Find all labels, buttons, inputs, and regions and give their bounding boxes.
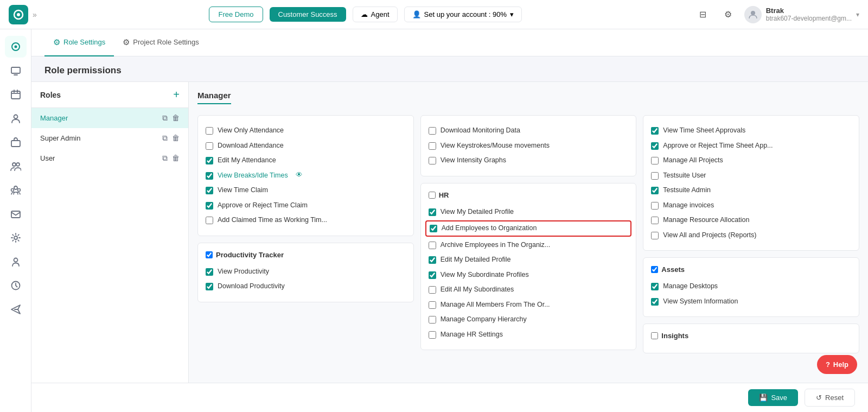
svg-rect-5: [11, 67, 20, 73]
perm-view-intensity-label: View Intensity Graphs: [441, 156, 506, 166]
perm-manage-desktops-checkbox[interactable]: [651, 283, 659, 290]
role-item-user[interactable]: User ⧉ 🗑: [31, 148, 188, 168]
perm-hr-settings-checkbox[interactable]: [429, 331, 436, 339]
delete-role-super-admin-icon[interactable]: 🗑: [172, 134, 180, 143]
setup-icon: 👤: [412, 10, 421, 18]
user-chevron-icon: ▾: [856, 11, 859, 18]
perm-edit-detailed-profile-checkbox[interactable]: [429, 256, 436, 264]
perm-view-keystrokes-label: View Keystrokes/Mouse movements: [441, 141, 550, 151]
sidebar-item-team[interactable]: [5, 155, 27, 177]
tabbar: ⚙ Role Settings ⚙ Project Role Settings: [31, 29, 868, 56]
perm-archive-employees-checkbox[interactable]: [429, 242, 436, 249]
free-demo-button[interactable]: Free Demo: [209, 7, 263, 22]
perm-edit-subordinates-checkbox[interactable]: [429, 286, 436, 294]
topbar: » Free Demo Customer Success ☁ Agent 👤 S…: [0, 0, 868, 29]
perm-approve-timesheet-checkbox[interactable]: [651, 142, 659, 150]
perm-add-employees-checkbox[interactable]: [430, 225, 437, 232]
sidebar-item-settings[interactable]: [5, 227, 27, 249]
copy-role-user-icon[interactable]: ⧉: [162, 154, 168, 163]
svg-rect-8: [11, 141, 20, 147]
insights-section-checkbox[interactable]: [651, 332, 658, 339]
perm-download-attendance: Download Attendance: [206, 138, 406, 154]
perm-view-time-claim-checkbox[interactable]: [206, 187, 213, 194]
sidebar-item-send[interactable]: [5, 299, 27, 320]
perm-view-all-projects-checkbox[interactable]: [651, 232, 659, 239]
permissions-columns: View Only Attendance Download Attendance…: [197, 115, 859, 353]
user-menu[interactable]: Btrak btrak607-development@gm... ▾: [744, 6, 859, 23]
column-middle: Download Monitoring Data View Keystrokes…: [420, 115, 637, 350]
permissions-body: Roles + Manager ⧉ 🗑 Super Admin ⧉ 🗑 User: [31, 82, 868, 383]
productivity-tracker-title-checkbox[interactable]: [206, 251, 213, 258]
perm-download-productivity-checkbox[interactable]: [206, 283, 213, 290]
assets-section-checkbox[interactable]: [651, 266, 658, 273]
perm-approve-timesheet-label: Approve or Reject Time Sheet App...: [663, 141, 773, 151]
agent-button[interactable]: ☁ Agent: [353, 7, 398, 22]
perm-edit-my-attendance-checkbox[interactable]: [206, 157, 213, 164]
perm-view-only-attendance-checkbox[interactable]: [206, 127, 213, 135]
svg-point-4: [14, 46, 17, 48]
delete-role-manager-icon[interactable]: 🗑: [172, 113, 180, 123]
perm-download-productivity-label: Download Productivity: [218, 282, 285, 291]
perm-add-claimed-time-checkbox[interactable]: [206, 217, 213, 224]
sidebar-item-mail[interactable]: [5, 203, 27, 225]
role-item-super-admin[interactable]: Super Admin ⧉ 🗑: [31, 128, 188, 148]
sidebar-item-user2[interactable]: [5, 251, 27, 272]
setup-button[interactable]: 👤 Set up your account : 90% ▾: [404, 7, 522, 22]
delete-role-user-icon[interactable]: 🗑: [172, 154, 180, 163]
sidebar-item-person[interactable]: [5, 107, 27, 129]
help-button[interactable]: ? Help: [817, 355, 857, 374]
settings-icon[interactable]: ⚙: [719, 6, 737, 23]
reset-button[interactable]: ↺ Reset: [805, 389, 855, 407]
perm-view-breaks-checkbox[interactable]: [206, 172, 213, 180]
sidebar-item-briefcase[interactable]: [5, 131, 27, 153]
role-actions-super-admin: ⧉ 🗑: [162, 134, 180, 143]
sidebar-item-group[interactable]: [5, 179, 27, 201]
perm-view-breaks-label: View Breaks/Idle Times: [218, 171, 288, 181]
perm-testsuite-user-checkbox[interactable]: [651, 172, 659, 180]
perm-view-keystrokes: View Keystrokes/Mouse movements: [429, 138, 629, 154]
perm-hr-settings-label: Manage HR Settings: [441, 330, 503, 340]
roles-header-label: Roles: [40, 91, 61, 99]
perm-view-subordinate-profiles-label: View My Subordinate Profiles: [441, 270, 529, 280]
copy-role-super-admin-icon[interactable]: ⧉: [162, 134, 168, 143]
perm-testsuite-admin-label: Testsuite Admin: [663, 186, 711, 195]
copy-role-manager-icon[interactable]: ⧉: [162, 113, 168, 123]
add-role-button[interactable]: +: [173, 88, 180, 101]
productivity-tracker-label: Productivity Tracker: [216, 251, 284, 259]
perm-download-monitoring-checkbox[interactable]: [429, 127, 436, 135]
perm-company-hierarchy-checkbox[interactable]: [429, 316, 436, 324]
nav-expand-icon[interactable]: »: [33, 10, 37, 19]
hr-section-checkbox[interactable]: [429, 192, 436, 199]
sidebar-item-tv[interactable]: [5, 60, 27, 81]
perm-approve-reject-time-claim-checkbox[interactable]: [206, 202, 213, 210]
perm-manage-invoices-checkbox[interactable]: [651, 202, 659, 210]
perm-view-detailed-profile-checkbox[interactable]: [429, 208, 436, 216]
perm-view-productivity-checkbox[interactable]: [206, 268, 213, 276]
perm-download-attendance-checkbox[interactable]: [206, 142, 213, 150]
save-button[interactable]: 💾 Save: [748, 389, 798, 406]
perm-testsuite-admin-checkbox[interactable]: [651, 187, 659, 194]
perm-resource-allocation-checkbox[interactable]: [651, 217, 659, 224]
perm-manage-members-checkbox[interactable]: [429, 301, 436, 309]
perm-view-system-info-checkbox[interactable]: [651, 298, 659, 306]
sidebar-item-dashboard[interactable]: [5, 36, 27, 58]
perm-edit-subordinates-label: Edit All My Subordinates: [441, 285, 514, 295]
perm-view-keystrokes-checkbox[interactable]: [429, 142, 436, 150]
perm-view-subordinate-profiles-checkbox[interactable]: [429, 271, 436, 279]
insights-section-label: Insights: [661, 332, 688, 340]
tab-role-settings[interactable]: ⚙ Role Settings: [44, 29, 114, 56]
perm-manage-all-projects-checkbox[interactable]: [651, 157, 659, 164]
user-name: Btrak: [766, 7, 852, 15]
customer-success-button[interactable]: Customer Success: [270, 7, 346, 22]
app-logo[interactable]: [9, 5, 28, 24]
role-item-manager[interactable]: Manager ⧉ 🗑: [31, 108, 188, 128]
perm-view-intensity-checkbox[interactable]: [429, 157, 436, 164]
column-left: View Only Attendance Download Attendance…: [197, 115, 414, 302]
tab-project-role-settings[interactable]: ⚙ Project Role Settings: [114, 29, 207, 56]
hr-section: HR View My Detailed Profile Add Employee…: [420, 183, 637, 351]
sidebar-item-clock[interactable]: [5, 275, 27, 296]
perm-manage-desktops-label: Manage Desktops: [663, 282, 718, 291]
perm-view-timesheet-approvals-checkbox[interactable]: [651, 127, 659, 135]
sidebar-item-calendar[interactable]: [5, 84, 27, 105]
notifications-icon[interactable]: ⊟: [694, 6, 712, 23]
